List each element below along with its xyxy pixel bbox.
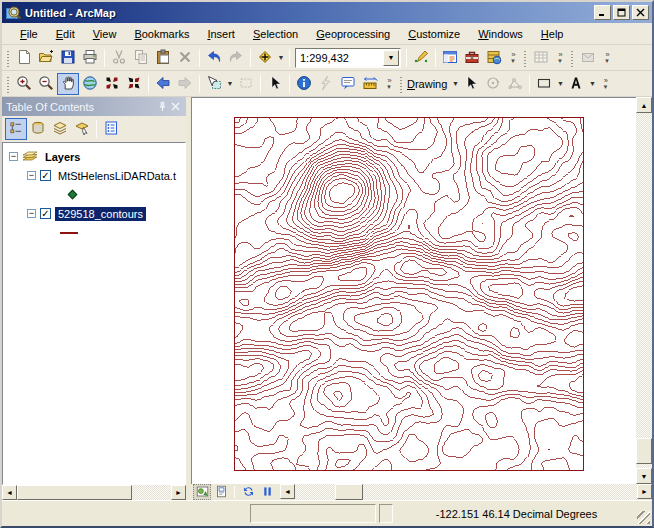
toolbar-grip[interactable]	[523, 49, 526, 67]
layer-visibility-checkbox[interactable]: ✓	[40, 208, 51, 219]
close-button[interactable]	[632, 5, 649, 20]
pause-drawing-button[interactable]	[258, 484, 276, 500]
menu-customize[interactable]: Customize	[400, 25, 468, 43]
scroll-left-icon[interactable]: ◄	[2, 485, 17, 500]
html-popup-button[interactable]	[337, 73, 359, 95]
drawing-select-elements-button[interactable]	[460, 73, 482, 95]
menu-insert[interactable]: Insert	[199, 25, 243, 43]
menu-file[interactable]: File	[12, 25, 46, 43]
collapse-expander-icon[interactable]: −	[27, 209, 36, 218]
undo-button[interactable]	[203, 47, 225, 69]
layer-label-contours[interactable]: 529518_contours	[55, 207, 146, 221]
toolbar-overflow-chevron-icon[interactable]: ››▼	[599, 73, 611, 95]
toolbar-overflow-chevron-icon[interactable]: ››▼	[601, 47, 613, 69]
refresh-view-button[interactable]	[239, 484, 257, 500]
layer-row-lidar[interactable]: − ✓ MtStHelensLiDARData.t	[3, 166, 185, 185]
full-extent-button[interactable]	[79, 73, 101, 95]
list-by-drawing-order-button[interactable]	[5, 118, 27, 140]
scroll-down-icon[interactable]: ▼	[636, 468, 652, 484]
layer-label-lidar[interactable]: MtStHelensLiDARData.t	[55, 169, 179, 183]
redo-button[interactable]	[225, 47, 247, 69]
arccatalog-button[interactable]	[483, 47, 505, 69]
menu-help[interactable]: Help	[533, 25, 572, 43]
edit-vertices-button[interactable]	[504, 73, 526, 95]
toolbar-grip[interactable]	[399, 75, 402, 93]
menu-view[interactable]: View	[85, 25, 125, 43]
toc-close-icon[interactable]	[169, 100, 182, 113]
add-data-button[interactable]	[254, 47, 276, 69]
pin-icon[interactable]	[156, 100, 169, 113]
dropdown-caret-icon[interactable]: ▼	[587, 73, 597, 95]
layer-row-contours[interactable]: − ✓ 529518_contours	[3, 204, 185, 223]
fixed-zoom-out-button[interactable]	[123, 73, 145, 95]
copy-button[interactable]	[130, 47, 152, 69]
toolbar-grip[interactable]	[6, 49, 9, 67]
share-package-button[interactable]	[577, 47, 599, 69]
zoom-out-button[interactable]	[35, 73, 57, 95]
menu-geoprocessing[interactable]: Geoprocessing	[308, 25, 398, 43]
layers-group-row[interactable]: − Layers	[3, 147, 185, 166]
menu-selection[interactable]: Selection	[245, 25, 306, 43]
zoom-in-button[interactable]	[13, 73, 35, 95]
toc-window-button[interactable]	[439, 47, 461, 69]
scroll-up-icon[interactable]: ▲	[636, 97, 652, 113]
dropdown-caret-icon[interactable]: ▼	[555, 73, 565, 95]
editor-toolbar-button[interactable]	[410, 47, 432, 69]
collapse-expander-icon[interactable]: −	[27, 171, 36, 180]
clear-selection-button[interactable]	[235, 73, 257, 95]
combo-dropdown-icon[interactable]: ▼	[383, 50, 399, 66]
toc-options-button[interactable]	[100, 118, 122, 140]
toolbar-overflow-chevron-icon[interactable]: ››▼	[383, 73, 395, 95]
toolbar-overflow-chevron-icon[interactable]: ››▼	[554, 47, 566, 69]
map-scale-combo[interactable]: 1:299,432▼	[295, 48, 401, 68]
toc-horizontal-scrollbar[interactable]: ◄ ►	[2, 485, 186, 500]
scroll-right-icon[interactable]: ►	[171, 485, 186, 500]
save-button[interactable]	[57, 47, 79, 69]
cut-button[interactable]	[108, 47, 130, 69]
menu-bookmarks[interactable]: Bookmarks	[126, 25, 197, 43]
paste-button[interactable]	[152, 47, 174, 69]
collapse-expander-icon[interactable]: −	[9, 152, 18, 161]
scrollbar-thumb[interactable]	[636, 438, 652, 464]
select-elements-button[interactable]	[264, 73, 286, 95]
layout-view-button[interactable]	[212, 484, 230, 500]
new-map-button[interactable]	[13, 47, 35, 69]
new-text-button[interactable]	[565, 73, 587, 95]
list-by-selection-button[interactable]	[71, 118, 93, 140]
toolbar-overflow-chevron-icon[interactable]: ››▼	[507, 47, 519, 69]
rotate-element-button[interactable]	[482, 73, 504, 95]
hyperlink-button[interactable]	[315, 73, 337, 95]
go-back-extent-button[interactable]	[152, 73, 174, 95]
title-bar[interactable]: Untitled - ArcMap	[2, 2, 652, 23]
layer-visibility-checkbox[interactable]: ✓	[40, 170, 51, 181]
list-by-source-button[interactable]	[27, 118, 49, 140]
attributes-button[interactable]	[530, 47, 552, 69]
dropdown-caret-icon[interactable]: ▼	[225, 73, 235, 95]
list-by-visibility-button[interactable]	[49, 118, 71, 140]
menu-windows[interactable]: Windows	[470, 25, 531, 43]
fixed-zoom-in-button[interactable]	[101, 73, 123, 95]
pan-button[interactable]	[57, 73, 79, 95]
new-rectangle-button[interactable]	[533, 73, 555, 95]
map-canvas[interactable]	[191, 97, 636, 484]
dropdown-caret-icon[interactable]: ▼	[276, 47, 286, 69]
identify-button[interactable]	[293, 73, 315, 95]
map-vertical-scrollbar[interactable]: ▲ ▼	[636, 97, 652, 484]
toolbar-grip[interactable]	[570, 49, 573, 67]
drawing-menu-button[interactable]: Drawing▼	[406, 73, 460, 95]
go-forward-extent-button[interactable]	[174, 73, 196, 95]
scroll-left-icon[interactable]: ◄	[280, 484, 295, 499]
arctoolbox-button[interactable]	[461, 47, 483, 69]
select-features-button[interactable]	[203, 73, 225, 95]
print-button[interactable]	[79, 47, 101, 69]
delete-button[interactable]	[174, 47, 196, 69]
minimize-button[interactable]	[594, 5, 611, 20]
toolbar-grip[interactable]	[6, 75, 9, 93]
data-view-button[interactable]	[193, 484, 211, 500]
scrollbar-thumb[interactable]	[335, 484, 363, 500]
maximize-button[interactable]	[613, 5, 630, 20]
open-button[interactable]	[35, 47, 57, 69]
menu-edit[interactable]: Edit	[48, 25, 83, 43]
scrollbar-thumb[interactable]	[17, 485, 132, 500]
measure-button[interactable]	[359, 73, 381, 95]
